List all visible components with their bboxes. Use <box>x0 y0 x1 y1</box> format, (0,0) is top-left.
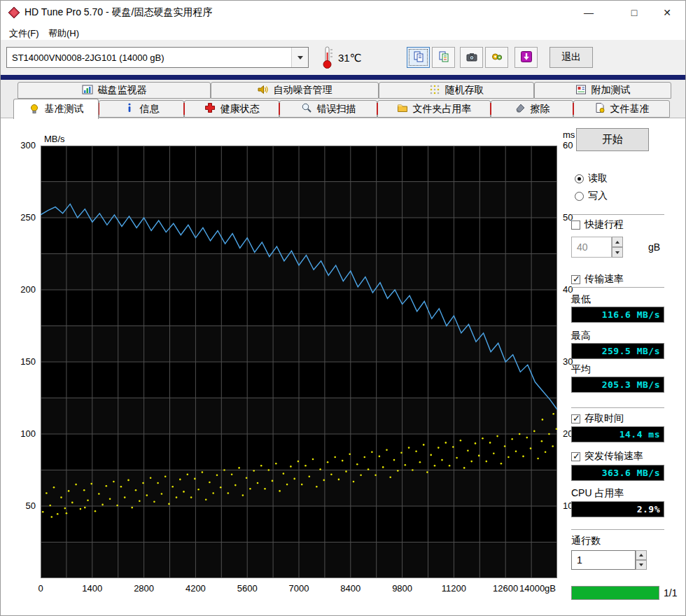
access-time-checkbox[interactable] <box>571 414 580 424</box>
tab-error-scan[interactable]: 错误扫描 <box>279 100 377 118</box>
panel-separator <box>571 287 664 288</box>
toolbar: ST14000VN0008-2JG101 (14000 gB) 31℃ <box>1 40 686 75</box>
read-radio[interactable] <box>575 174 584 183</box>
minimize-button[interactable]: — <box>575 4 603 22</box>
max-label: 最高 <box>571 330 591 342</box>
avg-label: 平均 <box>571 363 591 376</box>
download-icon <box>521 51 532 64</box>
tab-folder-usage[interactable]: 文件夹占用率 <box>377 100 491 118</box>
short-stroke-spinner[interactable] <box>612 237 623 258</box>
app-logo-icon <box>8 6 20 21</box>
short-stroke-row[interactable]: 快捷行程 <box>571 218 624 231</box>
spinner-up-button[interactable] <box>636 550 647 560</box>
title-bar: HD Tune Pro 5.70 - 硬盘/固态硬盘实用程序 — □ ✕ <box>1 1 686 24</box>
x-axis-tick: 4200 <box>167 583 223 594</box>
benchmark-icon <box>29 103 40 116</box>
write-label: 写入 <box>588 190 608 202</box>
short-stroke-unit: gB <box>648 241 660 253</box>
options-button[interactable] <box>485 47 508 68</box>
pass-count-spinner[interactable] <box>636 550 647 570</box>
tab-label: 文件夹占用率 <box>413 103 472 115</box>
magnifier-icon <box>301 102 312 115</box>
y-axis-tick-left: 250 <box>8 212 36 223</box>
max-value-display: 259.5 MB/s <box>571 343 664 359</box>
maximize-button[interactable]: □ <box>620 4 648 22</box>
short-stroke-label: 快捷行程 <box>584 218 624 231</box>
drive-select-combobox[interactable]: ST14000VN0008-2JG101 (14000 gB) <box>6 47 309 68</box>
gears-icon <box>491 51 503 64</box>
tab-separator <box>573 103 574 115</box>
tab-extra-tests[interactable]: 附加测试 <box>534 82 671 99</box>
transfer-rate-label: 传输速率 <box>584 273 624 286</box>
x-axis-tick: 11200 <box>426 583 482 594</box>
info-icon <box>124 102 135 115</box>
x-axis-tick: 5600 <box>219 583 275 594</box>
x-axis-tick: 8400 <box>323 583 379 594</box>
copy-image-button[interactable] <box>432 47 455 68</box>
camera-icon <box>466 51 477 64</box>
burst-rate-checkbox[interactable] <box>571 452 580 461</box>
tab-label: 错误扫描 <box>317 103 356 115</box>
burst-rate-row[interactable]: 突发传输速率 <box>571 450 643 463</box>
spinner-up-button[interactable] <box>612 237 623 247</box>
tab-separator <box>279 103 280 115</box>
tab-info[interactable]: 信息 <box>99 100 184 118</box>
menu-bar: 文件(F) 帮助(H) <box>1 24 686 40</box>
tab-label: 附加测试 <box>592 84 631 97</box>
menu-help[interactable]: 帮助(H) <box>44 26 83 41</box>
thermometer-icon <box>320 46 335 71</box>
update-button[interactable] <box>514 47 538 68</box>
start-button[interactable]: 开始 <box>576 128 649 151</box>
tab-file-benchmark[interactable]: 文件基准 <box>573 100 670 118</box>
transfer-rate-row[interactable]: 传输速率 <box>571 273 624 286</box>
file-benchmark-icon <box>594 102 606 115</box>
spinner-down-button[interactable] <box>612 247 623 258</box>
short-stroke-value-input[interactable]: 40 <box>571 237 612 258</box>
temperature-label: 31℃ <box>338 52 362 64</box>
y-axis-tick-left: 100 <box>8 428 36 439</box>
avg-value-display: 205.3 MB/s <box>571 377 664 393</box>
eraser-icon <box>514 102 526 115</box>
tab-label: 文件基准 <box>610 103 650 115</box>
short-stroke-checkbox[interactable] <box>571 220 580 230</box>
access-time-display: 14.4 ms <box>571 426 664 442</box>
short-stroke-value: 40 <box>577 241 588 253</box>
close-button[interactable]: ✕ <box>653 4 681 22</box>
copy-text-button[interactable] <box>407 47 430 68</box>
tab-label: 健康状态 <box>220 103 260 115</box>
write-radio-row[interactable]: 写入 <box>575 190 608 202</box>
tab-benchmark[interactable]: 基准测试 <box>13 99 99 119</box>
tab-disk-monitor[interactable]: 磁盘监视器 <box>18 82 211 99</box>
exit-button[interactable]: 退出 <box>550 47 593 68</box>
random-access-icon <box>429 84 440 97</box>
min-label: 最低 <box>571 293 591 306</box>
tab-random-access[interactable]: 随机存取 <box>379 82 534 99</box>
tab-erase[interactable]: 擦除 <box>491 100 573 118</box>
tab-strip: 磁盘监视器 自动噪音管理 随机存取 附加测试 基准测试 信息 健康状态 错误 <box>1 80 686 118</box>
screenshot-button[interactable] <box>460 47 483 68</box>
transfer-rate-checkbox[interactable] <box>571 275 580 284</box>
write-radio[interactable] <box>575 192 584 201</box>
health-cross-icon <box>204 102 216 115</box>
folder-icon <box>397 102 408 115</box>
progress-label: 1/1 <box>664 587 677 598</box>
menu-file[interactable]: 文件(F) <box>5 26 43 41</box>
pass-count-input[interactable]: 1 <box>571 550 636 570</box>
tab-label: 基准测试 <box>45 103 84 115</box>
separator-strip <box>1 75 686 80</box>
tab-separator <box>183 103 185 115</box>
x-axis-tick: 0 <box>13 583 69 594</box>
cpu-usage-display: 2.9% <box>571 501 664 517</box>
tab-label: 擦除 <box>531 103 550 115</box>
tab-noise-management[interactable]: 自动噪音管理 <box>211 82 379 99</box>
tab-health[interactable]: 健康状态 <box>184 100 279 118</box>
read-radio-row[interactable]: 读取 <box>575 172 608 185</box>
progress-bar <box>571 586 659 600</box>
arrow-down-icon <box>615 251 620 254</box>
combo-dropdown-arrow[interactable] <box>291 48 308 67</box>
read-label: 读取 <box>588 172 608 185</box>
access-time-row[interactable]: 存取时间 <box>571 412 624 425</box>
left-axis-unit: MB/s <box>44 134 65 144</box>
spinner-down-button[interactable] <box>636 560 647 570</box>
panel-separator <box>571 529 664 530</box>
